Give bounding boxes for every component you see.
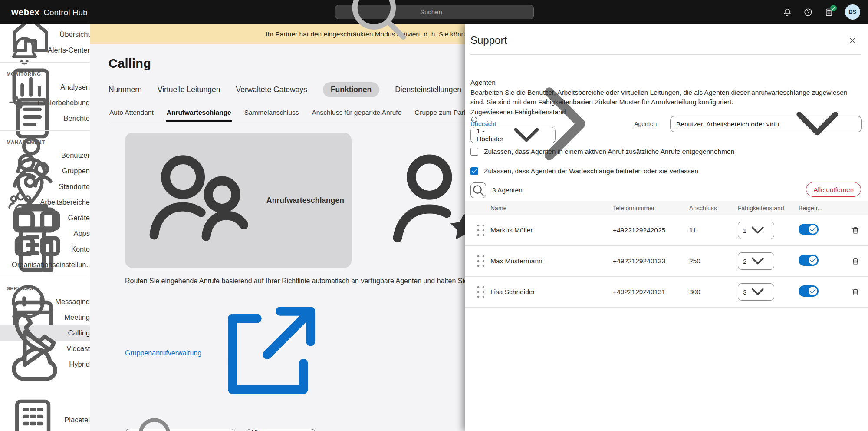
trash-icon[interactable] [851,225,860,235]
sidebar-item-placetel[interactable]: Placetel [0,412,90,428]
sidebar-item-label: Standorte [59,182,90,191]
subtab-sammelanschluss[interactable]: Sammelanschluss [243,105,300,122]
global-search-input[interactable] [420,8,528,16]
agent-phone: +4922129240133 [613,257,689,265]
toggle-knob [809,225,817,234]
sidebar-item-alerts-center[interactable]: Alerts-Center [0,42,90,58]
logo-webex: webex [11,7,39,17]
sidebar-item-label: Alerts-Center [48,46,90,54]
sidebar-item-berichte[interactable]: Berichte [0,110,90,126]
sidebar-item-label: Apps [73,229,90,238]
agent-row: Max Mustermann+49221292401332502 [465,246,868,277]
agents-count: 3 Agenten [492,186,523,194]
top-bar: webex Control Hub BS [0,0,868,24]
toggle-knob [809,256,817,265]
sidebar: ÜbersichtAlerts-CenterMONITORINGAnalysen… [0,24,90,431]
sidebar-item-organisationseinstellun[interactable]: Organisationseinstellun... [0,257,90,272]
checkbox-row[interactable]: Zulassen, dass Agenten in einem aktiven … [470,148,734,156]
sidebar-item-label: Calling [68,329,90,337]
sidebar-item-hybrid[interactable]: Hybrid [0,356,90,372]
joined-toggle-on[interactable] [799,285,819,297]
external-link-icon [204,288,334,418]
queue-search[interactable] [125,429,236,431]
sidebar-item-label: Gruppen [62,167,90,175]
notifications-bell-icon[interactable] [783,7,792,17]
column-header-telefonnummer: Telefonnummer [613,205,689,212]
joined-toggle-on[interactable] [799,224,819,235]
tab-nummern[interactable]: Nummern [108,82,142,97]
subtab-anrufwarteschlange[interactable]: Anrufwarteschlange [166,105,232,122]
sidebar-item-label: Meeting [64,313,90,322]
webex-logo: webex Control Hub [0,7,88,17]
cloud-icon [7,335,64,393]
subtab-auto-attendant[interactable]: Auto Attendant [108,105,155,122]
chevron-down-icon [280,421,312,431]
tab-diensteinstellungen[interactable]: Diensteinstellungen [395,82,461,97]
skill-level-select[interactable]: 2 [738,252,774,270]
subtab-anschluss-für-geparkte-anrufe[interactable]: Anschluss für geparkte Anrufe [311,105,403,122]
sidebar-item-label: Placetel [64,416,90,424]
sidebar-item-label: Organisationseinstellun... [12,261,90,269]
office-icon [7,393,59,431]
skill-value: 3 [743,288,746,296]
sidebar-item-label: Analysen [60,83,90,91]
agent-phone: +4922129242025 [613,226,689,234]
drag-handle-icon[interactable] [471,221,490,240]
search-icon [471,183,486,198]
checkbox-row[interactable]: Zulassen, dass Agenten der Warteschlange… [470,167,698,175]
divider [0,277,90,277]
agents-section-label: Agenten [470,79,496,86]
skill-value: 1 [743,227,746,234]
add-user-dropdown[interactable]: Benutzer, Arbeitsbereich oder virtuelle … [670,116,862,132]
global-search[interactable] [335,5,534,19]
skill-value: 2 [743,258,746,265]
remove-all-button[interactable]: Alle entfernen [806,182,861,197]
divider [470,54,861,55]
trash-icon[interactable] [851,256,860,266]
drag-handle-icon[interactable] [471,282,490,302]
tasks-icon[interactable] [824,7,834,17]
column-header-fähigkeitenstand: Fähigkeitenstand [738,205,799,212]
info-icon[interactable] [470,116,478,123]
green-check-badge [830,5,837,11]
segment-anrufwarteschlangen[interactable]: Anrufwarteschlangen [125,133,352,268]
close-icon[interactable] [848,36,857,45]
sidebar-item-label: Berichte [63,114,90,123]
agents-search-button[interactable] [470,182,486,198]
skill-level-select[interactable]: 3 [738,283,774,301]
skill-level-select[interactable]: 1 [738,222,774,239]
sidebar-item-label: Geräte [68,214,90,222]
tab-funktionen[interactable]: Funktionen [323,82,379,97]
column-header-anschluss: Anschluss [689,205,738,212]
sidebar-item-konto[interactable]: Konto [0,241,90,257]
logo-control-hub: Control Hub [43,8,87,17]
help-icon[interactable] [803,7,813,17]
chevron-down-icon [746,219,769,242]
segment-label: Anrufwarteschlangen [266,196,344,205]
trash-icon[interactable] [851,287,860,297]
sidebar-item-label: Übersicht [59,30,90,39]
checkbox-unchecked[interactable] [470,148,478,156]
support-detail-panel: Support Übersicht Agenten Agenten Bearbe… [465,24,868,431]
search-icon [130,410,184,431]
agent-name: Max Mustermann [490,257,613,265]
sidebar-item-label: Benutzer [61,151,90,159]
agent-row: Markus Müller+4922129242025111 [465,215,868,246]
avatar[interactable]: BS [845,4,860,20]
drag-handle-icon[interactable] [471,252,490,271]
skill-level-dropdown[interactable]: 1 - Höchster [470,127,556,143]
search-icon [341,0,416,50]
agent-extension: 11 [689,226,738,234]
agent-phone: +4922129240131 [613,288,689,296]
tab-virtuelle-leitungen[interactable]: Virtuelle Leitungen [158,82,220,97]
joined-toggle-on[interactable] [799,255,819,266]
column-header-beigetr: Beigetr... [799,205,845,212]
location-filter-dropdown[interactable]: Alle Standorte [243,429,318,431]
agent-row: Lisa Schneider+49221292401313003 [465,277,868,308]
checkbox-checked[interactable] [470,167,478,175]
tab-verwaltete-gateways[interactable]: Verwaltete Gateways [236,82,307,97]
checkbox-label: Zulassen, dass Agenten der Warteschlange… [484,167,698,175]
toggle-knob [809,287,817,295]
queue-icon [132,135,263,265]
chevron-down-icon [746,281,769,303]
